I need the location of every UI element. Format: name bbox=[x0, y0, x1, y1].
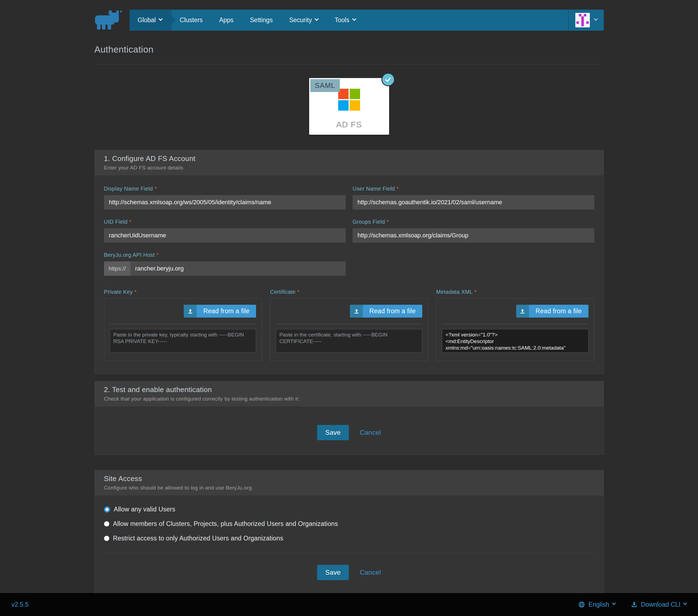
nav-item-label: Apps bbox=[219, 16, 233, 24]
user-name-input[interactable] bbox=[353, 195, 594, 209]
section-title: 2. Test and enable authentication bbox=[104, 386, 594, 394]
microsoft-logo-icon bbox=[338, 89, 360, 111]
divider bbox=[276, 324, 422, 324]
provider-name: AD FS bbox=[336, 120, 362, 129]
app-footer: v2.5.5 English Download CLI bbox=[0, 593, 698, 616]
certificate-group: Certificate* Read from a file bbox=[270, 289, 428, 361]
private-key-label: Private Key bbox=[104, 289, 133, 295]
upload-icon bbox=[516, 305, 529, 318]
uid-field-group: UID Field* bbox=[104, 219, 346, 242]
divider bbox=[110, 324, 256, 324]
required-asterisk: * bbox=[387, 219, 389, 225]
top-header: Global Clusters Apps Settings Security bbox=[95, 9, 604, 31]
avatar bbox=[575, 13, 590, 27]
metadata-xml-label: Metadata XML bbox=[436, 289, 473, 295]
chevron-down-icon bbox=[158, 17, 163, 21]
download-cli-label: Download CLI bbox=[641, 601, 681, 608]
configure-account-section: 1. Configure AD FS Account Enter your AD… bbox=[95, 150, 604, 374]
certificate-label: Certificate bbox=[270, 289, 295, 295]
groups-label: Groups Field bbox=[353, 219, 385, 225]
required-asterisk: * bbox=[156, 252, 158, 258]
section-header: 1. Configure AD FS Account Enter your AD… bbox=[95, 150, 603, 176]
certificate-read-file-button[interactable]: Read from a file bbox=[350, 305, 422, 318]
radio-unselected-icon bbox=[104, 536, 109, 541]
uid-input[interactable] bbox=[104, 228, 346, 242]
chevron-down-icon bbox=[315, 17, 319, 21]
radio-restrict-authorized-only[interactable]: Restrict access to only Authorized Users… bbox=[104, 535, 594, 542]
certificate-textarea[interactable] bbox=[276, 329, 422, 353]
required-asterisk: * bbox=[135, 289, 137, 295]
required-asterisk: * bbox=[475, 289, 477, 295]
read-file-label: Read from a file bbox=[197, 305, 256, 318]
saml-badge: SAML bbox=[310, 79, 340, 92]
groups-input[interactable] bbox=[353, 228, 594, 242]
user-name-field-group: User Name Field* bbox=[353, 186, 594, 209]
upload-icon bbox=[350, 305, 363, 318]
chevron-down-icon bbox=[352, 17, 356, 21]
radio-label: Allow members of Clusters, Projects, plu… bbox=[113, 520, 338, 528]
section-header: 2. Test and enable authentication Check … bbox=[95, 381, 603, 407]
read-file-label: Read from a file bbox=[363, 305, 422, 318]
nav-item-apps[interactable]: Apps bbox=[211, 10, 241, 31]
radio-unselected-icon bbox=[104, 521, 109, 527]
metadata-read-file-button[interactable]: Read from a file bbox=[516, 305, 588, 318]
divider bbox=[442, 324, 588, 324]
private-key-group: Private Key* Read from a file bbox=[104, 289, 262, 361]
private-key-textarea[interactable] bbox=[110, 329, 256, 353]
radio-allow-members-clusters-projects[interactable]: Allow members of Clusters, Projects, plu… bbox=[104, 520, 594, 528]
required-asterisk: * bbox=[154, 186, 157, 192]
page-title: Authentication bbox=[95, 44, 604, 55]
nav-item-label: Clusters bbox=[180, 16, 203, 24]
globe-icon bbox=[578, 601, 585, 608]
section-subtitle: Configure who should be allowed to log i… bbox=[104, 485, 594, 491]
nav-item-global[interactable]: Global bbox=[129, 10, 171, 31]
upload-icon bbox=[184, 305, 197, 318]
metadata-xml-group: Metadata XML* Read from a file bbox=[436, 289, 594, 361]
nav-item-label: Settings bbox=[250, 16, 273, 24]
save-button[interactable]: Save bbox=[317, 425, 349, 440]
language-label: English bbox=[588, 601, 609, 608]
nav-item-label: Global bbox=[138, 16, 156, 24]
nav-item-label: Tools bbox=[335, 16, 349, 24]
download-cli-menu[interactable]: Download CLI bbox=[631, 601, 686, 608]
site-access-cancel-link[interactable]: Cancel bbox=[360, 569, 381, 576]
cancel-link[interactable]: Cancel bbox=[360, 429, 381, 436]
version-label: v2.5.5 bbox=[12, 601, 29, 608]
site-access-save-button[interactable]: Save bbox=[317, 565, 349, 580]
chevron-down-icon bbox=[683, 601, 687, 605]
section-header: Site Access Configure who should be allo… bbox=[95, 470, 603, 496]
chevron-down-icon bbox=[594, 17, 598, 21]
download-icon bbox=[631, 601, 638, 608]
api-host-input[interactable] bbox=[130, 262, 346, 276]
user-menu[interactable] bbox=[568, 10, 604, 31]
nav-item-label: Security bbox=[289, 16, 312, 24]
nav-item-settings[interactable]: Settings bbox=[242, 10, 281, 31]
section-subtitle: Enter your AD FS account details bbox=[104, 165, 594, 171]
private-key-read-file-button[interactable]: Read from a file bbox=[184, 305, 256, 318]
display-name-input[interactable] bbox=[104, 195, 346, 209]
selected-check-icon bbox=[381, 73, 395, 86]
rancher-logo bbox=[95, 10, 122, 31]
language-selector[interactable]: English bbox=[578, 601, 615, 608]
nav-item-clusters[interactable]: Clusters bbox=[171, 10, 211, 31]
chevron-down-icon bbox=[612, 601, 616, 605]
required-asterisk: * bbox=[297, 289, 299, 295]
section-title: 1. Configure AD FS Account bbox=[104, 154, 594, 163]
user-name-label: User Name Field bbox=[353, 186, 395, 192]
uid-label: UID Field bbox=[104, 219, 128, 225]
nav-item-security[interactable]: Security bbox=[281, 10, 326, 31]
radio-label: Restrict access to only Authorized Users… bbox=[113, 535, 283, 542]
nav-item-tools[interactable]: Tools bbox=[326, 10, 364, 31]
auth-provider-card-adfs[interactable]: SAML AD FS bbox=[309, 78, 389, 135]
read-file-label: Read from a file bbox=[529, 305, 588, 318]
section-subtitle: Check that your application is configure… bbox=[104, 396, 594, 402]
metadata-xml-panel: Read from a file <?xml version="1.0"?> <… bbox=[436, 298, 594, 361]
metadata-xml-textarea[interactable]: <?xml version="1.0"?> <md:EntityDescript… bbox=[442, 329, 588, 353]
private-key-panel: Read from a file bbox=[104, 298, 262, 361]
required-asterisk: * bbox=[396, 186, 399, 192]
site-access-section: Site Access Configure who should be allo… bbox=[95, 470, 604, 593]
section-title: Site Access bbox=[104, 474, 594, 483]
radio-selected-icon bbox=[104, 506, 110, 513]
radio-allow-any-valid-users[interactable]: Allow any valid Users bbox=[104, 506, 594, 513]
test-enable-section: 2. Test and enable authentication Check … bbox=[95, 381, 604, 455]
